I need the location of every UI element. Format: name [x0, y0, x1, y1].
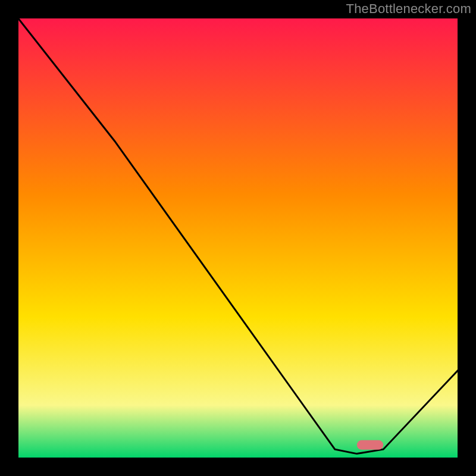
gradient-background — [18, 18, 458, 458]
chart-container: { "attribution": "TheBottlenecker.com", … — [0, 0, 476, 476]
optimal-marker — [357, 440, 383, 450]
attribution-text: TheBottlenecker.com — [346, 1, 471, 17]
bottleneck-chart — [18, 18, 458, 458]
